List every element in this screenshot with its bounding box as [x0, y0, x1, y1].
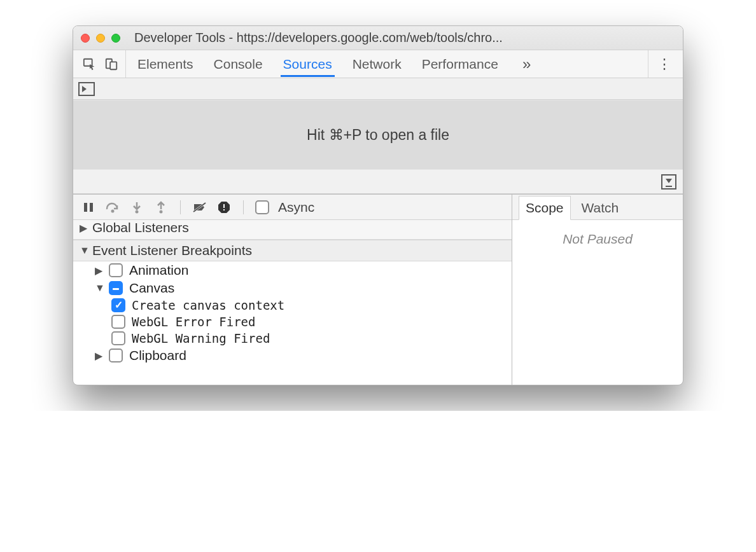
breakpoint-webgl-error-fired[interactable]: WebGL Error Fired	[73, 314, 512, 330]
event-listener-breakpoints-label: Event Listener Breakpoints	[92, 243, 252, 258]
tab-sources[interactable]: Sources	[281, 51, 335, 77]
disclosure-right-icon: ▶	[80, 222, 87, 234]
global-listeners-header[interactable]: ▶ Global Listeners	[73, 220, 512, 240]
svg-point-7	[160, 210, 163, 213]
open-file-hint: Hit ⌘+P to open a file	[73, 100, 683, 170]
breakpoint-label: Create canvas context	[132, 298, 284, 312]
category-canvas-label: Canvas	[129, 280, 174, 296]
svg-rect-2	[110, 62, 116, 69]
pause-on-exceptions-icon[interactable]	[216, 200, 232, 215]
inspect-element-icon[interactable]	[82, 57, 97, 72]
editor-dropdown-icon[interactable]	[661, 174, 676, 190]
close-window-button[interactable]	[81, 34, 90, 43]
breakpoints-tree: ▶ Global Listeners ▼ Event Listener Brea…	[73, 220, 512, 385]
scope-watch-tabs: Scope Watch	[512, 195, 683, 220]
editor-bottom-strip	[73, 170, 683, 194]
category-clipboard-checkbox[interactable]	[109, 348, 123, 362]
open-file-hint-text: Hit ⌘+P to open a file	[307, 127, 449, 144]
tab-performance[interactable]: Performance	[419, 51, 501, 77]
pause-icon[interactable]	[81, 200, 96, 215]
disclosure-down-icon: ▼	[95, 282, 102, 294]
category-animation-checkbox[interactable]	[109, 263, 123, 277]
disclosure-down-icon: ▼	[80, 245, 87, 256]
category-clipboard-label: Clipboard	[129, 348, 186, 363]
svg-rect-11	[223, 209, 225, 210]
devtools-window: Developer Tools - https://developers.goo…	[73, 25, 683, 385]
breakpoint-label: WebGL Error Fired	[132, 315, 255, 329]
svg-rect-10	[223, 204, 225, 208]
navigator-drawer-icon[interactable]	[78, 82, 95, 96]
tab-network[interactable]: Network	[350, 51, 404, 77]
global-listeners-label: Global Listeners	[92, 220, 189, 235]
not-paused-text: Not Paused	[563, 231, 633, 247]
window-title: Developer Tools - https://developers.goo…	[134, 31, 675, 45]
svg-rect-4	[90, 203, 93, 212]
debugger-split: Async ▶ Global Listeners ▼ Event Listene…	[73, 194, 683, 385]
breakpoint-checkbox[interactable]	[111, 298, 125, 312]
async-label: Async	[278, 200, 314, 215]
breakpoint-label: WebGL Warning Fired	[132, 331, 270, 345]
category-animation[interactable]: ▶ Animation	[73, 261, 512, 279]
step-over-icon[interactable]	[105, 200, 120, 215]
panel-tabs: Elements Console Sources Network Perform…	[126, 50, 546, 78]
debugger-left-pane: Async ▶ Global Listeners ▼ Event Listene…	[73, 195, 512, 385]
svg-rect-3	[84, 203, 87, 212]
deactivate-breakpoints-icon[interactable]	[192, 200, 207, 215]
category-canvas[interactable]: ▼ Canvas	[73, 279, 512, 297]
window-controls	[81, 34, 120, 43]
svg-point-6	[136, 210, 139, 213]
breakpoint-checkbox[interactable]	[111, 331, 125, 345]
more-tabs-chevron-icon[interactable]: »	[516, 55, 537, 73]
breakpoint-checkbox[interactable]	[111, 315, 125, 329]
debugger-toolbar: Async	[73, 195, 512, 220]
step-into-icon[interactable]	[129, 200, 144, 215]
category-animation-label: Animation	[129, 263, 188, 278]
tab-scope[interactable]: Scope	[519, 196, 571, 220]
step-out-icon[interactable]	[153, 200, 169, 215]
category-canvas-checkbox[interactable]	[109, 281, 123, 295]
async-checkbox[interactable]	[255, 200, 269, 214]
breakpoint-webgl-warning-fired[interactable]: WebGL Warning Fired	[73, 330, 512, 347]
sources-subtoolbar	[73, 78, 683, 100]
scope-body: Not Paused	[512, 220, 683, 385]
disclosure-right-icon: ▶	[95, 265, 102, 277]
titlebar: Developer Tools - https://developers.goo…	[73, 26, 683, 50]
svg-point-5	[111, 209, 115, 212]
tab-elements[interactable]: Elements	[135, 51, 196, 77]
category-clipboard[interactable]: ▶ Clipboard	[73, 347, 512, 364]
debugger-right-pane: Scope Watch Not Paused	[512, 195, 683, 385]
settings-kebab-icon[interactable]: ⋮	[648, 50, 680, 78]
breakpoint-create-canvas-context[interactable]: Create canvas context	[73, 297, 512, 314]
event-listener-breakpoints-header[interactable]: ▼ Event Listener Breakpoints	[73, 240, 512, 261]
device-toolbar-icon[interactable]	[104, 57, 119, 72]
minimize-window-button[interactable]	[96, 34, 105, 43]
tab-console[interactable]: Console	[211, 51, 265, 77]
tab-watch[interactable]: Watch	[575, 196, 626, 219]
panel-tabbar: Elements Console Sources Network Perform…	[73, 50, 683, 78]
zoom-window-button[interactable]	[111, 34, 120, 43]
disclosure-right-icon: ▶	[95, 350, 102, 362]
